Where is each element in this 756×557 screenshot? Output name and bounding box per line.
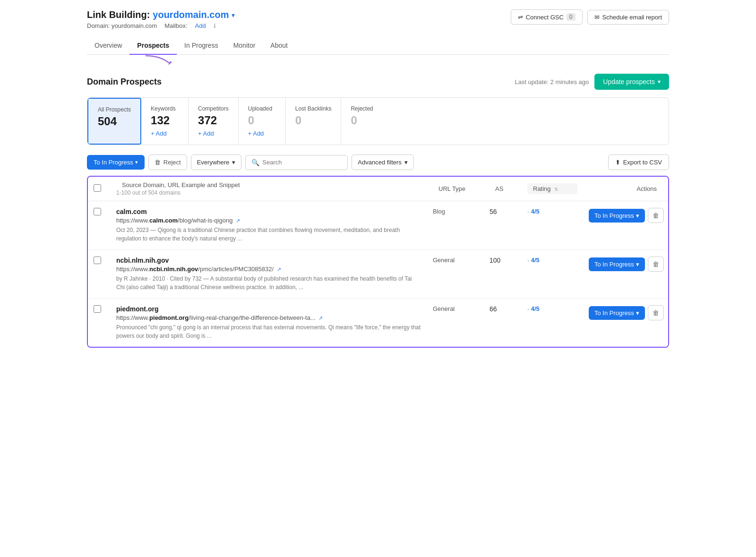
row3-delete-button[interactable]: 🗑 [648,305,664,320]
row3-actions-cell: To In Progress ▾ 🗑 [583,305,668,320]
schedule-email-button[interactable]: ✉ Schedule email report [587,10,669,25]
page-title-label: Link Building: [87,9,150,20]
row2-source-cell: ncbi.nlm.nih.gov https://www.ncbi.nlm.ni… [111,257,427,291]
row3-to-progress-button[interactable]: To In Progress ▾ [589,306,645,320]
card-competitors[interactable]: Competitors 372 + Add [189,98,239,145]
export-csv-button[interactable]: ⬆ Export to CSV [608,154,669,170]
header-actions: ⇌ Connect GSC 0 ✉ Schedule email report [511,9,669,25]
row2-as: 100 [484,257,522,264]
row2-rating: 4/5 [531,257,540,264]
advanced-filters-button[interactable]: Advanced filters ▾ [352,154,414,170]
row3-to-progress-label: To In Progress [594,309,634,317]
everywhere-label: Everywhere [197,159,230,166]
row3-source-cell: piedmont.org https://www.piedmont.org/li… [111,305,427,340]
to-in-progress-button[interactable]: To In Progress ▾ [87,155,145,170]
card-lost-backlinks[interactable]: Lost Backlinks 0 [286,98,342,145]
th-source: Source Domain, URL Example and Snippet 1… [111,181,427,196]
email-icon: ✉ [594,14,600,21]
card-label-keywords: Keywords [151,105,179,112]
card-label-lost: Lost Backlinks [295,105,332,112]
row2-delete-button[interactable]: 🗑 [648,257,664,272]
to-progress-label: To In Progress [94,159,133,166]
toolbar-right: ⬆ Export to CSV [608,154,669,170]
card-add-competitors[interactable]: + Add [198,130,229,137]
row3-url-type: General [427,305,484,312]
search-input[interactable] [262,159,342,166]
row1-to-progress-button[interactable]: To In Progress ▾ [589,209,645,223]
row1-external-link-icon[interactable]: ↗ [236,218,240,223]
row3-url-bold: piedmont.org [149,314,189,321]
tab-prospects[interactable]: Prospects [129,37,177,55]
update-prospects-button[interactable]: Update prospects ▾ [594,74,669,90]
domain-name[interactable]: yourdomain.com [153,9,229,20]
row1-source-cell: calm.com https://www.calm.com/blog/what-… [111,208,427,243]
row1-rating: 4/5 [531,208,540,215]
search-box[interactable]: 🔍 [245,155,348,170]
tab-monitor[interactable]: Monitor [226,37,263,55]
card-keywords[interactable]: Keywords 132 + Add [141,98,189,145]
th-rating-label: Rating [533,185,551,192]
tab-in-progress[interactable]: In Progress [177,37,226,55]
tab-overview[interactable]: Overview [87,37,129,55]
row1-delete-button[interactable]: 🗑 [648,208,664,223]
th-url-type: URL Type [427,185,484,192]
table-row: ncbi.nlm.nih.gov https://www.ncbi.nlm.ni… [88,250,668,299]
mailbox-add-link[interactable]: Add [195,22,206,29]
row2-url-prefix: https://www. [116,266,149,273]
row2-checkbox[interactable] [94,257,101,264]
card-label-competitors: Competitors [198,105,229,112]
row2-external-link-icon[interactable]: ↗ [277,266,281,272]
row1-url-type: Blog [427,208,484,215]
row3-checkbox[interactable] [94,305,101,313]
row3-as: 66 [484,305,522,313]
rating-sort-icon: ⇅ [554,187,558,192]
select-all-checkbox[interactable] [94,184,101,192]
row2-trash-icon: 🗑 [653,260,659,268]
last-update-text: Last update: 2 minutes ago [515,78,589,86]
card-add-keywords[interactable]: + Add [151,130,179,137]
row1-rating-chevron-icon: › [527,209,529,214]
row3-rating: 4/5 [531,305,540,312]
th-url-type-label: URL Type [433,185,478,192]
card-value-rejected: 0 [351,114,379,127]
main-nav: Overview Prospects In Progress Monitor A… [87,37,669,55]
row3-domain: piedmont.org [116,305,421,313]
email-button-label: Schedule email report [602,14,662,21]
row1-trash-icon: 🗑 [653,212,659,219]
card-uploaded[interactable]: Uploaded 0 + Add [239,98,286,145]
row1-rating-cell: › 4/5 [522,208,583,215]
row3-rating-chevron-icon: › [527,306,529,312]
section-title: Domain Prospects [87,77,162,87]
row3-url: https://www.piedmont.org/living-real-cha… [116,314,421,321]
row2-to-progress-button[interactable]: To In Progress ▾ [589,257,645,271]
everywhere-dropdown[interactable]: Everywhere ▾ [191,154,242,170]
card-rejected[interactable]: Rejected 0 [341,98,388,145]
adv-filters-chevron-icon: ▾ [404,159,408,166]
card-all-prospects[interactable]: All Prospects 504 [87,98,141,145]
card-add-uploaded[interactable]: + Add [248,130,276,137]
gsc-badge: 0 [567,13,576,21]
th-actions: Actions [583,185,668,192]
th-as: AS [484,185,522,192]
adv-filters-label: Advanced filters [358,159,402,166]
domain-chevron-icon[interactable]: ▾ [232,11,235,19]
prospects-table: Source Domain, URL Example and Snippet 1… [87,176,669,348]
row2-rating-cell: › 4/5 [522,257,583,264]
export-label: Export to CSV [623,159,662,166]
row1-checkbox[interactable] [94,208,101,215]
row1-checkbox-cell [88,208,111,217]
row1-actions-cell: To In Progress ▾ 🗑 [583,208,668,223]
row1-url-bold: calm.com [149,217,178,224]
row3-rating-cell: › 4/5 [522,305,583,312]
connect-gsc-button[interactable]: ⇌ Connect GSC 0 [511,9,583,25]
th-rating[interactable]: Rating ⇅ [522,183,583,194]
mailbox-label: Mailbox: [164,22,187,29]
row2-url-type: General [427,257,484,264]
th-count-label: 1-100 out of 504 domains [116,189,421,196]
row3-external-link-icon[interactable]: ↗ [318,315,323,321]
export-icon: ⬆ [615,159,620,166]
table-row: piedmont.org https://www.piedmont.org/li… [88,299,668,347]
reject-button[interactable]: 🗑 Reject [148,154,187,170]
tab-about[interactable]: About [263,37,295,55]
row2-snippet: by R Jahnke · 2010 · Cited by 732 — A su… [116,274,421,291]
